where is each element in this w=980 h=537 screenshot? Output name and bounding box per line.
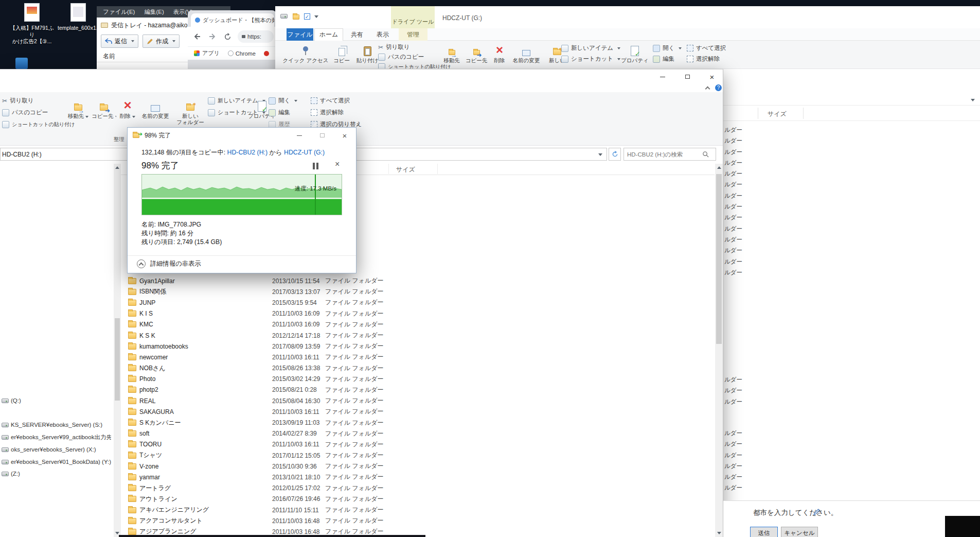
cut-button[interactable]: ✂切り取り [378,43,410,51]
copy-path-button[interactable]: パスのコピー [2,108,48,117]
column-divider[interactable] [388,164,389,174]
column-divider[interactable] [437,164,438,174]
minimize-button[interactable] [651,70,674,84]
delete-button[interactable]: × 削除 [489,42,510,63]
address-dropdown-icon[interactable] [598,153,602,156]
file-row[interactable]: yanmar 2013/10/21 18:10 ファイル フォルダー [121,472,715,482]
file-row[interactable]: photp2 2015/08/21 0:28 ファイル フォルダー [121,385,715,395]
ribbon-collapse-icon[interactable] [705,86,710,92]
reply-button[interactable]: 返信 [101,34,138,48]
search-input[interactable] [624,151,701,158]
tab-manage[interactable]: 管理 [399,28,427,41]
cancel-copy-button[interactable]: × [335,160,340,169]
file-row[interactable]: KMC 2011/10/03 16:09 ファイル フォルダー [121,319,715,330]
maximize-button[interactable] [676,70,699,84]
rename-button[interactable]: 名前の変更 [139,97,172,119]
h-list-scrollbar[interactable] [715,164,723,537]
file-row[interactable]: K I S 2011/10/03 16:09 ファイル フォルダー [121,308,715,319]
desktop-icon[interactable]: 【入稿】FM791ふり かけ広告2【③... [8,3,56,45]
send-button[interactable]: 送信 [750,527,778,537]
file-row[interactable]: V-zone 2015/10/30 9:36 ファイル フォルダー [121,461,715,472]
tab-file[interactable]: ファイル [287,28,313,41]
g-column-divider[interactable] [758,108,758,119]
file-row[interactable]: TOORU 2011/10/03 16:11 ファイル フォルダー [121,439,715,450]
nav-drive-item[interactable]: er¥ebooks_Server¥99_actibook出力先) (W:) [0,432,111,442]
globe-icon[interactable] [228,50,234,56]
select-none-button[interactable]: 選択解除 [687,55,720,63]
size-column-header[interactable]: サイズ [396,165,415,174]
nav-drive-item[interactable]: (Z:) [0,469,111,479]
file-row[interactable]: NOBさん 2015/08/26 13:38 ファイル フォルダー [121,363,715,374]
pin-quick-access-button[interactable]: クイック アクセス [282,42,329,63]
select-none-button[interactable]: 選択解除 [311,108,344,117]
file-row[interactable]: soft 2014/02/27 8:39 ファイル フォルダー [121,428,715,439]
open-button[interactable]: 開く [653,44,682,53]
edit-button[interactable]: 編集 [653,55,674,63]
scroll-up-arrow[interactable] [715,164,723,171]
tab-home[interactable]: ホーム [314,28,343,41]
file-row[interactable]: K S K 2012/12/14 17:18 ファイル フォルダー [121,330,715,341]
shortcut-button[interactable]: ショートカット [561,55,620,63]
desktop-icon-partial[interactable] [15,58,28,69]
paste-button[interactable]: 貼り付け [354,42,380,63]
refresh-button[interactable] [609,148,621,161]
quick-access-chevron-icon[interactable] [314,15,318,18]
file-row[interactable]: ISBN関係 2017/03/13 13:07 ファイル フォルダー [121,286,715,297]
red-bookmark-icon[interactable] [264,51,269,56]
back-icon[interactable] [193,33,201,40]
move-to-button[interactable]: → 移動先 [66,97,91,119]
chrome-bookmark-label[interactable]: Chrome [236,50,256,57]
g-size-column-header[interactable]: サイズ [768,110,787,118]
file-row[interactable]: アクアコンサルタント 2011/10/03 16:48 ファイル フォルダー [121,515,715,526]
file-row[interactable]: Tシャツ 2017/01/12 15:05 ファイル フォルダー [121,450,715,461]
nav-scrollbar-thumb[interactable] [115,318,120,401]
scroll-down-arrow[interactable] [715,529,723,537]
nav-drive-item[interactable]: oks_server¥ebooks_Server) (X:) [0,444,111,455]
properties-button[interactable]: ✓ プロパティ [621,42,649,63]
reload-icon[interactable] [224,33,231,41]
copy-source-link[interactable]: HD-CBU2 (H:) [227,149,268,156]
tab-share[interactable]: 共有 [345,28,369,41]
edit-button[interactable]: 編集 [269,108,290,117]
paste-shortcut-button[interactable]: ショートカットの貼り付け [2,120,75,129]
rename-button[interactable]: 名前の変更 [511,42,542,63]
file-row[interactable]: REAL 2015/08/04 16:30 ファイル フォルダー [121,395,715,406]
copy-to-button[interactable]: ➜ コピー先 [92,97,116,119]
g-column-divider[interactable] [803,108,804,119]
h-nav-scrollbar[interactable] [114,164,121,537]
file-row[interactable]: kumamotoebooks 2017/08/09 13:59 ファイル フォル… [121,341,715,352]
select-all-button[interactable]: すべて選択 [687,44,726,53]
mail-menu-item[interactable]: ファイル(E) [103,8,135,16]
dialog-titlebar[interactable]: ➜ 98% 完了 × [128,128,356,143]
mail-menu-item[interactable]: 編集(E) [144,8,164,16]
dialog-close-button[interactable]: × [333,128,356,143]
new-folder-button[interactable]: ＊ 新しい フォルダー [175,97,206,125]
close-button[interactable]: × [701,70,723,84]
move-to-button[interactable]: → 移動先 [440,42,464,63]
quick-access-folder-icon[interactable] [293,14,299,20]
copy-path-button[interactable]: パスのコピー [378,53,424,61]
nav-drive-item[interactable]: (Q:) [0,395,111,406]
pencil-icon[interactable] [813,508,821,516]
delete-button[interactable]: × 削除 [117,97,138,119]
pause-button[interactable] [313,163,318,169]
new-item-button[interactable]: 新しいアイテム [561,44,620,53]
search-box[interactable] [623,148,716,161]
list-scrollbar-thumb[interactable] [716,174,722,344]
select-all-button[interactable]: すべて選択 [311,96,350,105]
file-row[interactable]: Photo 2015/03/02 14:29 ファイル フォルダー [121,374,715,385]
compose-button[interactable]: 作成 [142,34,180,48]
desktop-icon[interactable]: template_600x1... [58,3,99,31]
nav-drive-item[interactable]: KS_SERVER¥ebooks_Server) (S:) [0,420,111,430]
copy-destination-link[interactable]: HDCZ-UT (G:) [284,149,325,156]
forward-icon[interactable] [208,33,217,40]
dialog-minimize-button[interactable] [288,128,311,143]
cut-button[interactable]: ✂切り取り [2,96,34,105]
chrome-tab[interactable]: ダッシュボード・【熊本の黄色 [191,13,274,27]
copy-button[interactable]: コピー [330,42,353,63]
dialog-maximize-button[interactable] [311,128,333,143]
scroll-up-arrow[interactable] [114,164,121,171]
details-toggle[interactable]: 詳細情報の非表示 [137,259,201,268]
nav-drive-item[interactable]: er¥ebooks_Server¥01_BookData) (Y:) [0,457,111,467]
help-icon[interactable]: ? [715,84,722,91]
